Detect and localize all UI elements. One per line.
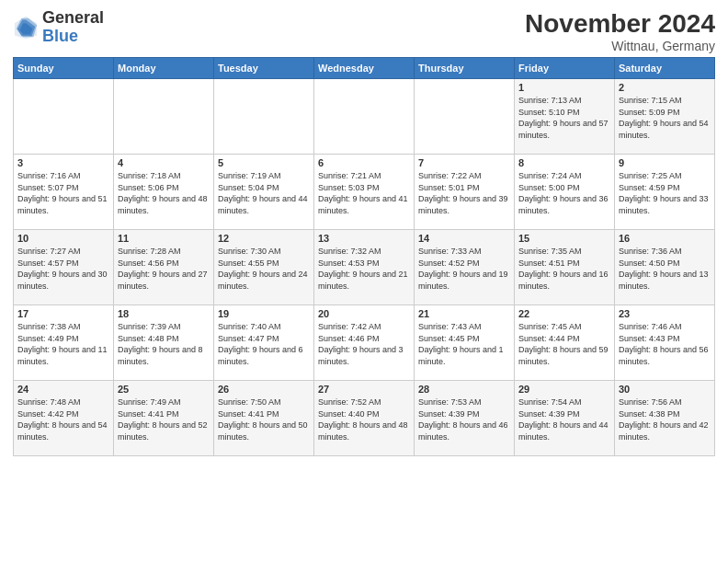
day-number: 6 (318, 157, 410, 168)
day-info: Sunrise: 7:15 AM Sunset: 5:09 PM Dayligh… (619, 95, 711, 141)
day-info: Sunrise: 7:35 AM Sunset: 4:51 PM Dayligh… (518, 246, 610, 292)
calendar-cell: 25Sunrise: 7:49 AM Sunset: 4:41 PM Dayli… (114, 381, 214, 456)
calendar-cell: 23Sunrise: 7:46 AM Sunset: 4:43 PM Dayli… (615, 305, 715, 381)
day-info: Sunrise: 7:53 AM Sunset: 4:39 PM Dayligh… (418, 396, 510, 442)
col-monday: Monday (114, 58, 214, 79)
calendar-cell (415, 79, 515, 155)
day-number: 20 (318, 308, 410, 319)
day-number: 23 (619, 308, 711, 319)
calendar-week-0: 1Sunrise: 7:13 AM Sunset: 5:10 PM Daylig… (14, 79, 715, 155)
calendar-table: Sunday Monday Tuesday Wednesday Thursday… (13, 57, 715, 456)
calendar-cell: 26Sunrise: 7:50 AM Sunset: 4:41 PM Dayli… (214, 381, 314, 456)
calendar-cell: 5Sunrise: 7:19 AM Sunset: 5:04 PM Daylig… (214, 155, 314, 230)
day-number: 12 (218, 233, 310, 244)
day-info: Sunrise: 7:22 AM Sunset: 5:01 PM Dayligh… (418, 170, 510, 216)
day-number: 26 (218, 384, 310, 395)
calendar-cell: 10Sunrise: 7:27 AM Sunset: 4:57 PM Dayli… (14, 230, 114, 305)
day-number: 2 (619, 82, 711, 93)
col-wednesday: Wednesday (314, 58, 415, 79)
calendar-cell: 22Sunrise: 7:45 AM Sunset: 4:44 PM Dayli… (515, 305, 615, 381)
header: General Blue November 2024 Wittnau, Germ… (13, 9, 715, 53)
header-row: Sunday Monday Tuesday Wednesday Thursday… (14, 58, 715, 79)
calendar-cell: 21Sunrise: 7:43 AM Sunset: 4:45 PM Dayli… (415, 305, 515, 381)
calendar-cell: 17Sunrise: 7:38 AM Sunset: 4:49 PM Dayli… (14, 305, 114, 381)
day-number: 19 (218, 308, 310, 319)
calendar-cell (114, 79, 214, 155)
day-number: 8 (518, 157, 610, 168)
calendar-week-4: 24Sunrise: 7:48 AM Sunset: 4:42 PM Dayli… (14, 381, 715, 456)
calendar-week-3: 17Sunrise: 7:38 AM Sunset: 4:49 PM Dayli… (14, 305, 715, 381)
calendar-cell: 28Sunrise: 7:53 AM Sunset: 4:39 PM Dayli… (415, 381, 515, 456)
calendar-cell: 11Sunrise: 7:28 AM Sunset: 4:56 PM Dayli… (114, 230, 214, 305)
day-info: Sunrise: 7:24 AM Sunset: 5:00 PM Dayligh… (518, 170, 610, 216)
day-info: Sunrise: 7:56 AM Sunset: 4:38 PM Dayligh… (619, 396, 711, 442)
day-number: 21 (418, 308, 510, 319)
day-info: Sunrise: 7:48 AM Sunset: 4:42 PM Dayligh… (17, 396, 109, 442)
day-info: Sunrise: 7:50 AM Sunset: 4:41 PM Dayligh… (218, 396, 310, 442)
col-tuesday: Tuesday (214, 58, 314, 79)
calendar-cell: 9Sunrise: 7:25 AM Sunset: 4:59 PM Daylig… (615, 155, 715, 230)
logo-icon (13, 15, 39, 40)
day-number: 11 (118, 233, 210, 244)
logo-line2: Blue (42, 27, 78, 45)
calendar-cell: 16Sunrise: 7:36 AM Sunset: 4:50 PM Dayli… (615, 230, 715, 305)
day-number: 15 (518, 233, 610, 244)
calendar-cell: 12Sunrise: 7:30 AM Sunset: 4:55 PM Dayli… (214, 230, 314, 305)
calendar-cell (214, 79, 314, 155)
calendar-cell: 19Sunrise: 7:40 AM Sunset: 4:47 PM Dayli… (214, 305, 314, 381)
logo-line1: General (42, 9, 104, 28)
day-number: 4 (118, 157, 210, 168)
day-number: 5 (218, 157, 310, 168)
calendar-cell: 24Sunrise: 7:48 AM Sunset: 4:42 PM Dayli… (14, 381, 114, 456)
day-info: Sunrise: 7:13 AM Sunset: 5:10 PM Dayligh… (518, 95, 610, 141)
calendar-cell: 13Sunrise: 7:32 AM Sunset: 4:53 PM Dayli… (314, 230, 415, 305)
day-number: 27 (318, 384, 410, 395)
logo: General Blue (13, 9, 104, 46)
calendar-cell: 20Sunrise: 7:42 AM Sunset: 4:46 PM Dayli… (314, 305, 415, 381)
calendar-cell: 15Sunrise: 7:35 AM Sunset: 4:51 PM Dayli… (515, 230, 615, 305)
day-info: Sunrise: 7:30 AM Sunset: 4:55 PM Dayligh… (218, 246, 310, 292)
day-number: 29 (518, 384, 610, 395)
day-info: Sunrise: 7:27 AM Sunset: 4:57 PM Dayligh… (17, 246, 109, 292)
title-block: November 2024 Wittnau, Germany (525, 9, 715, 53)
day-number: 30 (619, 384, 711, 395)
location: Wittnau, Germany (525, 39, 715, 53)
day-info: Sunrise: 7:21 AM Sunset: 5:03 PM Dayligh… (318, 170, 410, 216)
day-info: Sunrise: 7:16 AM Sunset: 5:07 PM Dayligh… (17, 170, 109, 216)
calendar-cell: 8Sunrise: 7:24 AM Sunset: 5:00 PM Daylig… (515, 155, 615, 230)
day-info: Sunrise: 7:46 AM Sunset: 4:43 PM Dayligh… (619, 321, 711, 367)
day-info: Sunrise: 7:38 AM Sunset: 4:49 PM Dayligh… (17, 321, 109, 367)
day-number: 18 (118, 308, 210, 319)
day-number: 24 (17, 384, 109, 395)
day-info: Sunrise: 7:36 AM Sunset: 4:50 PM Dayligh… (619, 246, 711, 292)
day-number: 22 (518, 308, 610, 319)
calendar-week-1: 3Sunrise: 7:16 AM Sunset: 5:07 PM Daylig… (14, 155, 715, 230)
calendar-cell: 27Sunrise: 7:52 AM Sunset: 4:40 PM Dayli… (314, 381, 415, 456)
day-number: 1 (518, 82, 610, 93)
calendar-cell: 2Sunrise: 7:15 AM Sunset: 5:09 PM Daylig… (615, 79, 715, 155)
calendar-cell: 14Sunrise: 7:33 AM Sunset: 4:52 PM Dayli… (415, 230, 515, 305)
calendar-cell: 6Sunrise: 7:21 AM Sunset: 5:03 PM Daylig… (314, 155, 415, 230)
col-friday: Friday (515, 58, 615, 79)
calendar-cell: 4Sunrise: 7:18 AM Sunset: 5:06 PM Daylig… (114, 155, 214, 230)
day-info: Sunrise: 7:52 AM Sunset: 4:40 PM Dayligh… (318, 396, 410, 442)
day-number: 13 (318, 233, 410, 244)
calendar-cell (314, 79, 415, 155)
day-number: 25 (118, 384, 210, 395)
day-number: 28 (418, 384, 510, 395)
day-info: Sunrise: 7:28 AM Sunset: 4:56 PM Dayligh… (118, 246, 210, 292)
day-info: Sunrise: 7:40 AM Sunset: 4:47 PM Dayligh… (218, 321, 310, 367)
day-info: Sunrise: 7:19 AM Sunset: 5:04 PM Dayligh… (218, 170, 310, 216)
day-number: 17 (17, 308, 109, 319)
day-number: 7 (418, 157, 510, 168)
calendar-week-2: 10Sunrise: 7:27 AM Sunset: 4:57 PM Dayli… (14, 230, 715, 305)
day-info: Sunrise: 7:45 AM Sunset: 4:44 PM Dayligh… (518, 321, 610, 367)
logo-text: General Blue (42, 9, 104, 46)
day-info: Sunrise: 7:25 AM Sunset: 4:59 PM Dayligh… (619, 170, 711, 216)
calendar-cell: 29Sunrise: 7:54 AM Sunset: 4:39 PM Dayli… (515, 381, 615, 456)
col-sunday: Sunday (14, 58, 114, 79)
day-number: 10 (17, 233, 109, 244)
calendar-body: 1Sunrise: 7:13 AM Sunset: 5:10 PM Daylig… (14, 79, 715, 456)
day-info: Sunrise: 7:39 AM Sunset: 4:48 PM Dayligh… (118, 321, 210, 367)
calendar-cell (14, 79, 114, 155)
